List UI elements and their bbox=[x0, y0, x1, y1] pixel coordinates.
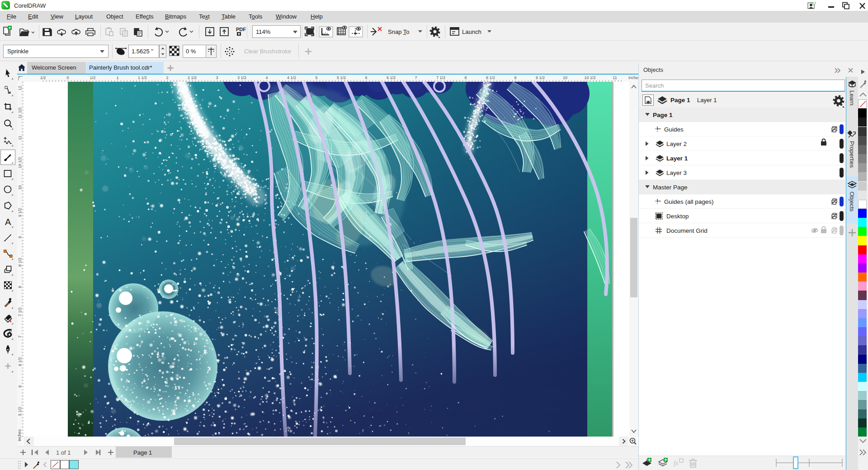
svg-text:0: 0 bbox=[66, 75, 69, 80]
svg-text:PDF: PDF bbox=[236, 27, 246, 32]
svg-text:9 1/2: 9 1/2 bbox=[536, 75, 545, 80]
svg-text:5 1/2: 5 1/2 bbox=[337, 75, 346, 80]
svg-text:inches: inches bbox=[17, 429, 22, 441]
svg-text:6 1/2: 6 1/2 bbox=[387, 75, 396, 80]
svg-text:1 1/2: 1 1/2 bbox=[138, 75, 147, 80]
svg-text:Document Grid: Document Grid bbox=[666, 227, 708, 234]
svg-text:9 1/2: 9 1/2 bbox=[18, 208, 22, 217]
svg-text:10: 10 bbox=[563, 75, 567, 80]
svg-text:4 1/2: 4 1/2 bbox=[287, 75, 296, 80]
svg-text:7: 7 bbox=[18, 335, 22, 338]
svg-text:Master Page: Master Page bbox=[653, 184, 688, 191]
svg-text:fx: fx bbox=[674, 460, 679, 467]
svg-text:5 1/2: 5 1/2 bbox=[18, 407, 22, 416]
svg-text:10: 10 bbox=[18, 185, 22, 190]
svg-text:7 1/2: 7 1/2 bbox=[436, 75, 445, 80]
svg-text:Layer 1: Layer 1 bbox=[666, 155, 688, 162]
svg-text:12: 12 bbox=[18, 86, 22, 90]
svg-text:10 1/2: 10 1/2 bbox=[18, 157, 22, 168]
svg-text:11: 11 bbox=[613, 75, 617, 80]
svg-text:4: 4 bbox=[265, 75, 268, 80]
svg-text:8 1/2: 8 1/2 bbox=[18, 258, 22, 267]
svg-text:9: 9 bbox=[514, 75, 516, 80]
svg-text:7 1/2: 7 1/2 bbox=[18, 307, 22, 316]
svg-text:8: 8 bbox=[18, 286, 22, 288]
svg-text:1: 1 bbox=[116, 75, 118, 80]
svg-text:2 1/2: 2 1/2 bbox=[188, 75, 197, 80]
svg-text:Guides (all pages): Guides (all pages) bbox=[664, 198, 714, 205]
svg-text:3: 3 bbox=[216, 75, 218, 80]
svg-text:7: 7 bbox=[415, 75, 417, 80]
svg-text:Desktop: Desktop bbox=[666, 213, 689, 220]
svg-text:5: 5 bbox=[315, 75, 317, 80]
svg-text:11: 11 bbox=[18, 136, 22, 140]
svg-text:1/2: 1/2 bbox=[90, 75, 96, 80]
svg-text:Layer 3: Layer 3 bbox=[666, 169, 687, 176]
svg-text:Page 1: Page 1 bbox=[653, 112, 673, 118]
svg-text:Layer 2: Layer 2 bbox=[666, 141, 687, 147]
svg-text:6 1/2: 6 1/2 bbox=[18, 357, 22, 366]
svg-text:2: 2 bbox=[166, 75, 168, 80]
svg-text:9: 9 bbox=[18, 236, 22, 238]
svg-text:Guides: Guides bbox=[664, 126, 684, 133]
svg-text:6: 6 bbox=[365, 75, 367, 80]
svg-text:A: A bbox=[5, 217, 11, 227]
svg-text:8: 8 bbox=[464, 75, 467, 80]
svg-text:6: 6 bbox=[18, 385, 22, 387]
svg-text:8 1/2: 8 1/2 bbox=[486, 75, 495, 80]
svg-text:1/2: 1/2 bbox=[40, 75, 46, 80]
svg-text:10 1/2: 10 1/2 bbox=[584, 75, 595, 80]
svg-text:3 1/2: 3 1/2 bbox=[237, 75, 246, 80]
svg-text:11 1/2: 11 1/2 bbox=[18, 108, 22, 118]
